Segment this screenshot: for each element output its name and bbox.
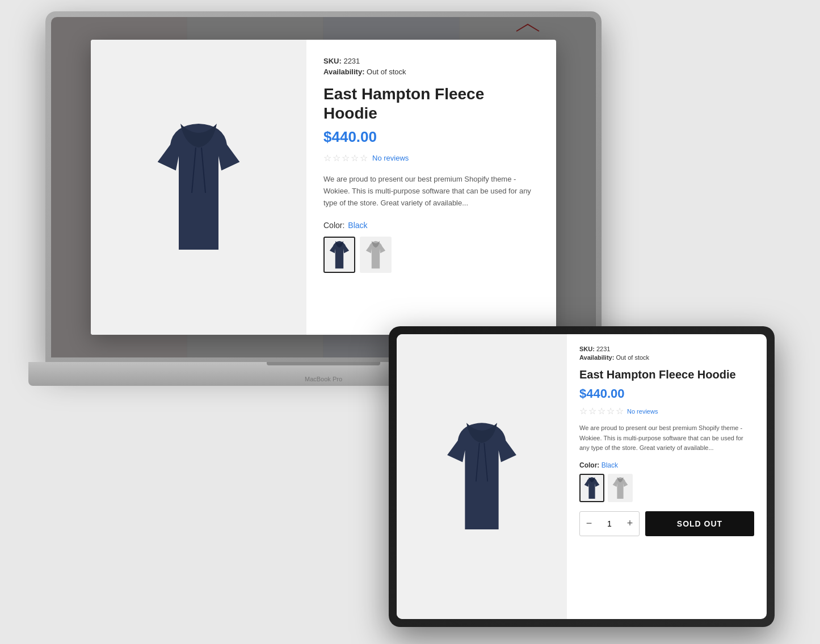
- tablet-sku-label: SKU:: [579, 346, 595, 352]
- sku-label: SKU:: [323, 57, 342, 65]
- tablet-swatch-dark: [582, 476, 602, 500]
- tablet-color-options: [579, 474, 754, 502]
- tablet-reviews-link[interactable]: No reviews: [627, 408, 658, 415]
- reviews-link[interactable]: No reviews: [372, 154, 409, 162]
- tablet-reviews-row: ☆ ☆ ☆ ☆ ☆ No reviews: [579, 406, 754, 416]
- star-5: ☆: [360, 153, 368, 163]
- quantity-increase-button[interactable]: +: [621, 511, 639, 536]
- tablet-star-5: ☆: [616, 406, 624, 416]
- tablet-swatch-grey[interactable]: [608, 474, 633, 502]
- star-3: ☆: [342, 153, 350, 163]
- tablet-product-description: We are proud to present our best premium…: [579, 423, 754, 453]
- tablet-info-panel: SKU: 2231 Availability: Out of stock Eas…: [567, 334, 767, 619]
- tablet-star-4: ☆: [607, 406, 615, 416]
- tablet-color-row: Color: Black: [579, 461, 754, 469]
- tablet-screen: SKU: 2231 Availability: Out of stock Eas…: [397, 334, 767, 619]
- product-description: We are proud to present our best premium…: [323, 174, 539, 209]
- product-price: $440.00: [323, 128, 539, 146]
- swatch-grey-hoodie: [363, 239, 389, 270]
- laptop-screen-inner: ×: [51, 17, 596, 357]
- tablet-product-title: East Hampton Fleece Hoodie: [579, 368, 754, 382]
- availability-label: Availability:: [323, 68, 364, 76]
- tablet-sku-line: SKU: 2231: [579, 346, 754, 352]
- tablet-color-label: Color:: [579, 461, 599, 469]
- modal-info-panel: SKU: 2231 Availability: Out of stock Eas…: [306, 40, 556, 335]
- color-options: [323, 237, 539, 273]
- quantity-input[interactable]: [598, 519, 621, 528]
- tablet-star-1: ☆: [579, 406, 587, 416]
- tablet-availability-line: Availability: Out of stock: [579, 354, 754, 361]
- quantity-decrease-button[interactable]: −: [580, 511, 598, 536]
- sku-value: 2231: [343, 57, 360, 65]
- tablet-price: $440.00: [579, 386, 754, 401]
- sku-line: SKU: 2231: [323, 57, 539, 65]
- quantity-box: − +: [579, 511, 640, 536]
- tablet-star-rating: ☆ ☆ ☆ ☆ ☆: [579, 406, 624, 416]
- product-modal: ×: [91, 40, 556, 335]
- tablet-avail-label: Availability:: [579, 354, 614, 361]
- tablet-image-panel: [397, 334, 567, 619]
- color-swatch-grey[interactable]: [360, 237, 392, 273]
- swatch-dark-hoodie: [326, 239, 352, 270]
- tablet-outer-frame: SKU: 2231 Availability: Out of stock Eas…: [389, 326, 775, 627]
- tablet-color-value: Black: [602, 461, 618, 469]
- sold-out-button[interactable]: SOLD OUT: [645, 511, 754, 536]
- availability-value: Out of stock: [367, 68, 406, 76]
- laptop-outer-frame: ×: [45, 11, 602, 363]
- tablet-sku-value: 2231: [596, 346, 610, 352]
- laptop-notch: [267, 362, 380, 365]
- availability-line: Availability: Out of stock: [323, 68, 539, 76]
- reviews-row: ☆ ☆ ☆ ☆ ☆ No reviews: [323, 153, 539, 163]
- product-image-laptop: [142, 113, 255, 261]
- star-rating: ☆ ☆ ☆ ☆ ☆: [323, 153, 368, 163]
- tablet-star-3: ☆: [598, 406, 605, 416]
- tablet-swatch-black[interactable]: [579, 474, 604, 502]
- tablet-add-to-cart-row: − + SOLD OUT: [579, 511, 754, 536]
- tablet-star-2: ☆: [588, 406, 596, 416]
- tablet-swatch-grey: [610, 476, 630, 500]
- product-image-tablet: [434, 414, 530, 539]
- star-1: ☆: [323, 153, 331, 163]
- modal-overlay: ×: [51, 17, 596, 357]
- color-row: Color: Black: [323, 221, 539, 230]
- modal-image-panel: [91, 40, 306, 335]
- tablet-device: SKU: 2231 Availability: Out of stock Eas…: [389, 326, 775, 627]
- laptop-brand-label: MacBook Pro: [305, 376, 342, 382]
- product-title: East Hampton Fleece Hoodie: [323, 85, 539, 123]
- color-label: Color:: [323, 221, 344, 230]
- color-value: Black: [348, 221, 367, 230]
- tablet-avail-value: Out of stock: [616, 354, 649, 361]
- star-2: ☆: [333, 153, 340, 163]
- laptop-screen: ×: [51, 17, 596, 357]
- star-4: ☆: [351, 153, 359, 163]
- color-swatch-black[interactable]: [323, 237, 355, 273]
